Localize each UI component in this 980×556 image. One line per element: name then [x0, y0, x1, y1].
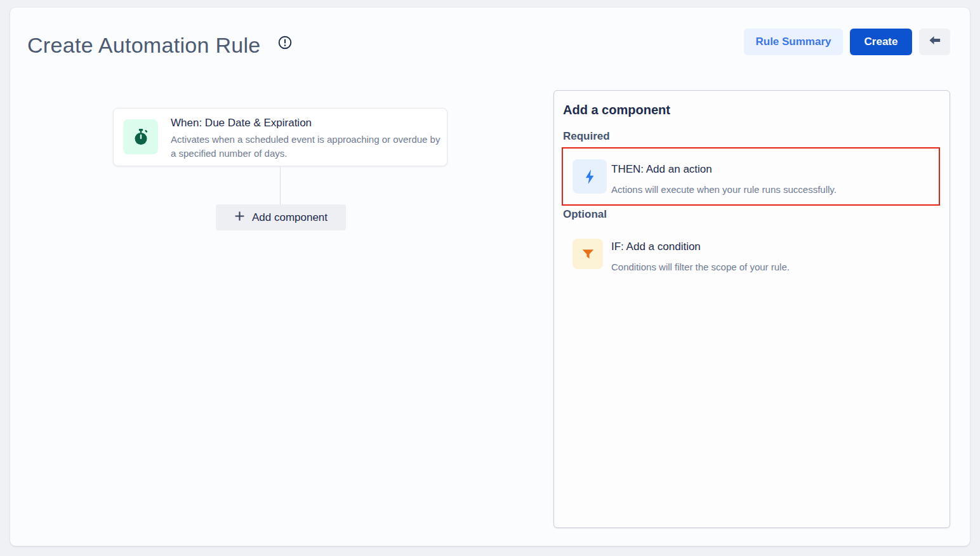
panel-title: Add a component	[563, 103, 670, 117]
create-label: Create	[864, 36, 898, 48]
rule-summary-button[interactable]: Rule Summary	[744, 29, 843, 55]
if-item-description: Conditions will filter the scope of your…	[611, 261, 790, 272]
lightning-icon	[573, 159, 607, 194]
left-arrow-icon	[927, 33, 942, 51]
page-title: Create Automation Rule	[27, 33, 261, 58]
rule-summary-label: Rule Summary	[755, 36, 831, 48]
funnel-icon	[573, 239, 603, 269]
add-component-panel: Add a component Required THEN: Add an ac…	[553, 90, 950, 528]
component-item-then-add-action[interactable]: THEN: Add an action Actions will execute…	[562, 147, 940, 206]
if-item-title: IF: Add a condition	[611, 241, 701, 253]
plus-icon	[234, 211, 245, 225]
required-section-label: Required	[563, 130, 610, 143]
then-item-description: Actions will execute when your rule runs…	[611, 184, 837, 195]
back-button[interactable]	[919, 29, 950, 55]
add-component-label: Add component	[252, 211, 328, 224]
add-component-button[interactable]: Add component	[216, 204, 346, 230]
alert-circle-icon[interactable]	[277, 35, 293, 50]
then-item-title: THEN: Add an action	[611, 163, 712, 176]
optional-section-label: Optional	[563, 208, 607, 221]
component-item-if-add-condition[interactable]: IF: Add a condition Conditions will filt…	[562, 227, 940, 281]
trigger-title: When: Due Date & Expiration	[171, 117, 312, 129]
trigger-card-due-date-expiration[interactable]: When: Due Date & Expiration Activates wh…	[113, 108, 447, 166]
create-button[interactable]: Create	[850, 29, 912, 55]
create-automation-rule-page: Create Automation Rule Rule Summary Crea…	[10, 8, 970, 546]
flow-connector-line	[280, 166, 281, 204]
trigger-description: Activates when a scheduled event is appr…	[171, 133, 444, 161]
stopwatch-icon	[123, 119, 158, 154]
